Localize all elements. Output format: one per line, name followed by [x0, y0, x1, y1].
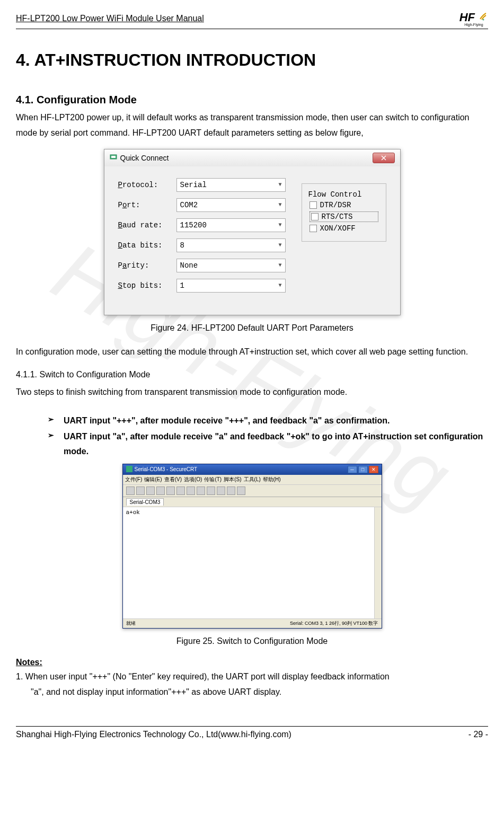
securecrt-window: Serial-COM3 - SecureCRT ─ □ ✕ 文件(F) 编辑(E…: [122, 464, 382, 629]
section-4-1-1-intro: Two steps to finish switching from trans…: [16, 385, 488, 400]
quick-connect-titlebar: Quick Connect: [104, 149, 400, 166]
footer-page-number: - 29 -: [468, 730, 488, 739]
logo-text: HF: [459, 11, 475, 24]
minimize-button[interactable]: ─: [348, 466, 357, 473]
toolbar-icon[interactable]: [166, 487, 175, 495]
menu-help[interactable]: 帮助(H): [263, 476, 281, 483]
logo: HF High-Flying: [459, 11, 488, 26]
bullet-marker-icon: ➢: [48, 413, 54, 428]
securecrt-title: Serial-COM3 - SecureCRT: [135, 466, 198, 472]
terminal-output[interactable]: a+ok: [123, 507, 382, 618]
chevron-down-icon: ▼: [278, 182, 281, 188]
stopbits-label: Stop bits:: [118, 281, 176, 290]
close-button[interactable]: ✕: [369, 466, 378, 473]
bullet-1: ➢ UART input "+++", after module receive…: [48, 413, 488, 428]
chapter-title: 4. AT+INSTRUCTION INTRODUCTION: [16, 50, 488, 70]
toolbar-icon[interactable]: [207, 487, 215, 495]
toolbar-icon[interactable]: [156, 487, 165, 495]
config-mode-paragraph: In configuration mode, user can setting …: [16, 344, 488, 360]
flow-control-group: Flow Control DTR/DSR RTS/CTS XON/XOFF: [302, 183, 386, 242]
status-right: Serial: COM3 3, 1 26行, 90列 VT100 数字: [290, 620, 378, 627]
securecrt-menubar: 文件(F) 编辑(E) 查看(V) 选项(O) 传输(T) 脚本(S) 工具(L…: [123, 475, 382, 485]
svg-point-0: [483, 19, 484, 21]
port-select[interactable]: COM2▼: [176, 198, 286, 212]
footer-company: Shanghai High-Flying Electronics Technol…: [16, 730, 291, 739]
securecrt-titlebar: Serial-COM3 - SecureCRT ─ □ ✕: [123, 464, 382, 475]
toolbar-icon[interactable]: [136, 487, 145, 495]
page-header: HF-LPT200 Low Power WiFi Module User Man…: [16, 11, 488, 29]
toolbar-icon[interactable]: [217, 487, 225, 495]
toolbar-icon[interactable]: [227, 487, 235, 495]
dialog-icon: [110, 153, 117, 162]
dtr-dsr-checkbox[interactable]: DTR/DSR: [310, 201, 378, 209]
wifi-icon: [479, 13, 488, 23]
chevron-down-icon: ▼: [278, 202, 281, 208]
securecrt-toolbar: [123, 485, 382, 497]
toolbar-icon[interactable]: [237, 487, 245, 495]
svg-rect-3: [126, 466, 132, 472]
toolbar-icon[interactable]: [197, 487, 205, 495]
menu-options[interactable]: 选项(O): [184, 476, 202, 483]
rts-cts-checkbox[interactable]: RTS/CTS: [310, 211, 378, 222]
baud-label: Baud rate:: [118, 221, 176, 229]
section-4-1-1-title: 4.1.1. Switch to Configuration Mode: [16, 370, 488, 379]
quick-connect-dialog: Quick Connect Protocol: Serial▼ Port: CO…: [104, 149, 401, 315]
chevron-down-icon: ▼: [278, 262, 281, 268]
toolbar-icon[interactable]: [146, 487, 155, 495]
toolbar-icon[interactable]: [187, 487, 195, 495]
notes-heading: Notes:: [16, 658, 488, 667]
quick-connect-title: Quick Connect: [120, 154, 169, 162]
parity-label: Parity:: [118, 261, 176, 270]
chevron-down-icon: ▼: [278, 222, 281, 228]
menu-file[interactable]: 文件(F): [125, 476, 143, 483]
figure-24-caption: Figure 24. HF-LPT200 Default UART Port P…: [16, 323, 488, 333]
protocol-select[interactable]: Serial▼: [176, 178, 286, 192]
securecrt-statusbar: 就绪 Serial: COM3 3, 1 26行, 90列 VT100 数字: [123, 618, 382, 628]
xon-xoff-checkbox[interactable]: XON/XOFF: [310, 224, 378, 233]
section-4-1-title: 4.1. Configuration Mode: [16, 94, 488, 106]
app-icon: [126, 466, 132, 473]
close-button[interactable]: [373, 153, 395, 163]
protocol-label: Protocol:: [118, 181, 176, 189]
menu-view[interactable]: 查看(V): [164, 476, 182, 483]
svg-rect-2: [111, 156, 116, 158]
maximize-button[interactable]: □: [358, 466, 368, 473]
status-left: 就绪: [126, 620, 136, 627]
menu-transfer[interactable]: 传输(T): [204, 476, 222, 483]
chevron-down-icon: ▼: [278, 282, 281, 288]
header-title: HF-LPT200 Low Power WiFi Module User Man…: [16, 14, 204, 23]
toolbar-icon[interactable]: [176, 487, 185, 495]
figure-25-caption: Figure 25. Switch to Configuration Mode: [16, 636, 488, 646]
databits-label: Data bits:: [118, 241, 176, 250]
menu-edit[interactable]: 编辑(E): [144, 476, 162, 483]
parity-select[interactable]: None▼: [176, 259, 286, 272]
bullet-marker-icon: ➢: [48, 429, 54, 458]
scrollbar[interactable]: [374, 507, 382, 618]
note-1: 1. When user input "+++" (No "Enter" key…: [16, 669, 488, 700]
page-footer: Shanghai High-Flying Electronics Technol…: [16, 726, 488, 739]
section-4-1-paragraph: When HF-LPT200 power up, it will default…: [16, 110, 488, 141]
port-label: Port:: [118, 201, 176, 209]
stopbits-select[interactable]: 1▼: [176, 279, 286, 293]
databits-select[interactable]: 8▼: [176, 238, 286, 252]
tab-serial-com3[interactable]: Serial-COM3: [126, 498, 164, 506]
menu-script[interactable]: 脚本(S): [224, 476, 241, 483]
securecrt-tabbar: Serial-COM3: [123, 497, 382, 507]
menu-tools[interactable]: 工具(L): [244, 476, 261, 483]
bullet-2: ➢ UART input "a", after module receive "…: [48, 429, 488, 458]
chevron-down-icon: ▼: [278, 242, 281, 248]
toolbar-icon[interactable]: [126, 487, 135, 495]
baud-select[interactable]: 115200▼: [176, 218, 286, 232]
flow-control-legend: Flow Control: [306, 190, 364, 199]
